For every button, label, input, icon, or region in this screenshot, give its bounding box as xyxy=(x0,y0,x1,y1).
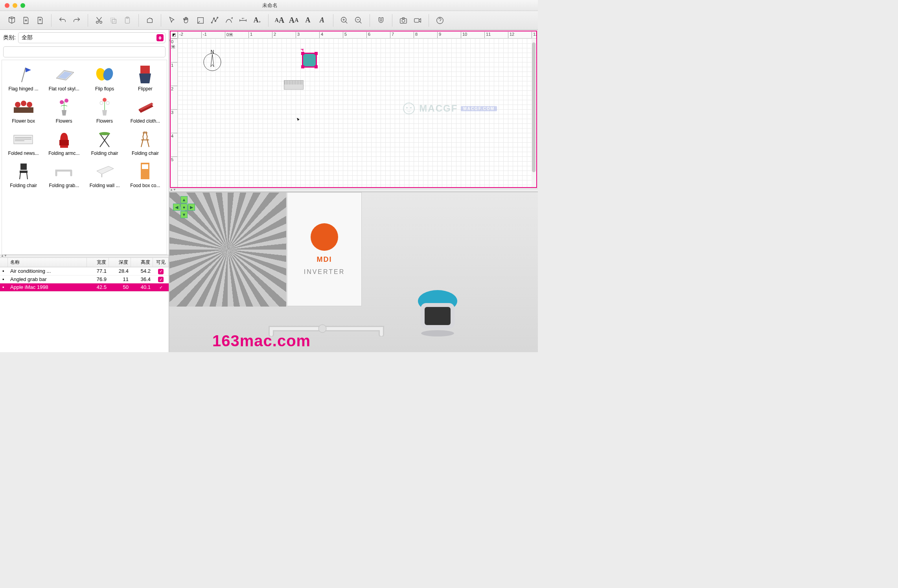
catalog-item[interactable]: Flip flops xyxy=(85,62,125,93)
item-label: Food box co... xyxy=(127,183,164,188)
create-dimension-tool[interactable] xyxy=(237,14,249,27)
search-input[interactable] xyxy=(3,46,166,57)
catalog-item[interactable]: Flowers xyxy=(85,94,125,125)
category-select[interactable]: 全部 xyxy=(18,32,166,43)
cloth-icon xyxy=(131,96,159,118)
photo-button[interactable] xyxy=(397,14,410,27)
catalog-item[interactable]: Folding chair xyxy=(85,126,125,158)
ruler-tick: 11 xyxy=(484,32,491,38)
catalog-item[interactable]: Flower box xyxy=(4,94,43,125)
table-row[interactable]: ▪Apple iMac 199842.55040.1✓ xyxy=(0,283,169,292)
svg-point-14 xyxy=(402,19,405,22)
zoom-in-button[interactable] xyxy=(338,14,351,27)
add-furniture-button[interactable] xyxy=(144,14,156,27)
paste-button[interactable] xyxy=(121,14,134,27)
catalog-item[interactable]: Folding chair xyxy=(125,126,165,158)
nav-center[interactable]: ● xyxy=(180,204,188,211)
nav-right[interactable]: ▶ xyxy=(188,204,195,211)
ruler-tick: 1 xyxy=(171,62,177,68)
item-label: Folding chair xyxy=(127,151,164,156)
catalog-item[interactable]: Flag hinged ... xyxy=(4,62,43,93)
visible-checkbox[interactable]: ✓ xyxy=(158,285,164,290)
3d-object-imac[interactable] xyxy=(416,289,459,336)
table-row[interactable]: ▪Air conditioning ...77.128.454.2✓ xyxy=(0,267,169,276)
visible-checkbox[interactable]: ✓ xyxy=(158,269,164,274)
import-button[interactable] xyxy=(20,14,32,27)
italic-button[interactable]: A xyxy=(316,14,328,27)
dropdown-arrow-icon xyxy=(156,34,164,41)
mdi-logo-icon xyxy=(311,223,338,251)
ruler-tick: 4 xyxy=(319,32,323,38)
item-label: Folded cloth... xyxy=(127,118,164,124)
export-button[interactable] xyxy=(34,14,46,27)
svg-line-44 xyxy=(27,173,28,179)
skylight-icon xyxy=(50,63,78,85)
magnet-button[interactable] xyxy=(375,14,387,27)
plan-grid[interactable]: N MACGF MACGF.COM xyxy=(178,39,536,187)
catalog-item[interactable]: Folding chair xyxy=(4,158,43,190)
plan-object-imac[interactable] xyxy=(303,53,316,67)
copy-button[interactable] xyxy=(107,14,120,27)
pan-tool[interactable] xyxy=(180,14,193,27)
3d-object-ac[interactable]: MDI INVERTER xyxy=(169,192,362,306)
video-button[interactable] xyxy=(411,14,424,27)
increase-text-button[interactable]: AA xyxy=(273,14,286,27)
nav-down[interactable]: ▼ xyxy=(180,211,188,218)
horizontal-splitter[interactable] xyxy=(0,255,169,258)
nav-up[interactable]: ▲ xyxy=(180,196,188,203)
plan-scrollbar[interactable] xyxy=(532,39,536,187)
3d-view[interactable]: MDI INVERTER ▲ ◀ ● ▶ ▼ xyxy=(169,192,538,352)
flipflops-icon xyxy=(91,63,118,85)
undo-button[interactable] xyxy=(56,14,69,27)
nav-left[interactable]: ◀ xyxy=(173,204,180,211)
create-walls-tool[interactable] xyxy=(208,14,221,27)
zoom-window[interactable] xyxy=(20,3,25,8)
item-label: Folding grab... xyxy=(45,183,83,188)
catalog-item[interactable]: Flipper xyxy=(125,62,165,93)
furniture-table[interactable]: 名称 宽度 深度 高度 可见 ▪Air conditioning ...77.1… xyxy=(0,258,169,352)
svg-rect-42 xyxy=(20,171,28,173)
create-polyline-tool[interactable] xyxy=(223,14,235,27)
help-button[interactable] xyxy=(434,14,446,27)
catalog-item[interactable]: Folding armc... xyxy=(44,126,84,158)
catalog-item[interactable]: Folded news... xyxy=(4,126,43,158)
vertical-splitter[interactable] xyxy=(169,189,538,192)
catalog-item[interactable]: Flat roof skyl... xyxy=(44,62,84,93)
close-window[interactable] xyxy=(5,3,9,8)
ruler-tick: 10 xyxy=(461,32,467,38)
new-plan-button[interactable] xyxy=(6,14,18,27)
3d-navpad[interactable]: ▲ ◀ ● ▶ ▼ xyxy=(173,196,195,218)
catalog-item[interactable]: Flowers xyxy=(44,94,84,125)
zoom-out-button[interactable] xyxy=(352,14,365,27)
svg-point-50 xyxy=(403,103,414,114)
plan-object-ac[interactable] xyxy=(284,80,304,90)
svg-point-23 xyxy=(15,102,20,107)
redo-button[interactable] xyxy=(70,14,83,27)
svg-rect-47 xyxy=(142,164,148,169)
plan-cursor-icon xyxy=(296,117,301,124)
decrease-text-button[interactable]: AA xyxy=(287,14,300,27)
item-label: Flowers xyxy=(86,118,123,124)
svg-point-24 xyxy=(21,101,26,106)
cut-button[interactable] xyxy=(93,14,105,27)
catalog-item[interactable]: Folding wall ... xyxy=(85,158,125,190)
ruler-tick: 2 xyxy=(171,86,177,91)
minimize-window[interactable] xyxy=(13,3,17,8)
svg-point-0 xyxy=(96,21,99,23)
catalog-item[interactable]: Food box co... xyxy=(125,158,165,190)
select-tool[interactable] xyxy=(166,14,178,27)
table-row[interactable]: ▪Angled grab bar76.91136.4✓ xyxy=(0,276,169,284)
category-label: 类别: xyxy=(3,34,16,41)
visible-checkbox[interactable]: ✓ xyxy=(158,277,164,282)
svg-rect-41 xyxy=(20,164,27,170)
svg-point-25 xyxy=(27,102,32,107)
create-label-tool[interactable]: A+ xyxy=(251,14,263,27)
create-room-tool[interactable] xyxy=(194,14,207,27)
catalog-item[interactable]: Folded cloth... xyxy=(125,94,165,125)
plan-view[interactable]: ◩ -2-10米12345678910111213 0米12345 N xyxy=(170,31,537,188)
furniture-catalog[interactable]: Flag hinged ...Flat roof skyl...Flip flo… xyxy=(2,60,167,255)
svg-point-31 xyxy=(100,101,103,105)
bold-button[interactable]: A xyxy=(302,14,314,27)
svg-rect-21 xyxy=(140,66,150,74)
catalog-item[interactable]: Folding grab... xyxy=(44,158,84,190)
